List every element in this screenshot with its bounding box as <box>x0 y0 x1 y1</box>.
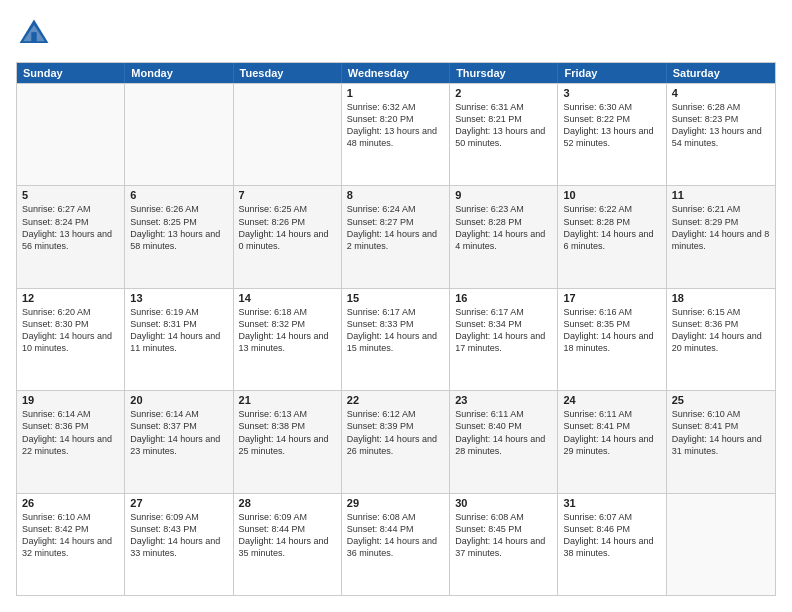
svg-rect-2 <box>31 32 36 43</box>
calendar-row-4: 26Sunrise: 6:10 AM Sunset: 8:42 PM Dayli… <box>17 493 775 595</box>
day-number: 22 <box>347 394 444 406</box>
cell-info: Sunrise: 6:17 AM Sunset: 8:34 PM Dayligh… <box>455 306 552 355</box>
cell-info: Sunrise: 6:27 AM Sunset: 8:24 PM Dayligh… <box>22 203 119 252</box>
day-cell-16: 16Sunrise: 6:17 AM Sunset: 8:34 PM Dayli… <box>450 289 558 390</box>
day-number: 7 <box>239 189 336 201</box>
day-cell-20: 20Sunrise: 6:14 AM Sunset: 8:37 PM Dayli… <box>125 391 233 492</box>
day-number: 28 <box>239 497 336 509</box>
cell-info: Sunrise: 6:32 AM Sunset: 8:20 PM Dayligh… <box>347 101 444 150</box>
day-cell-6: 6Sunrise: 6:26 AM Sunset: 8:25 PM Daylig… <box>125 186 233 287</box>
day-number: 11 <box>672 189 770 201</box>
cell-info: Sunrise: 6:16 AM Sunset: 8:35 PM Dayligh… <box>563 306 660 355</box>
cell-info: Sunrise: 6:19 AM Sunset: 8:31 PM Dayligh… <box>130 306 227 355</box>
day-number: 27 <box>130 497 227 509</box>
day-number: 25 <box>672 394 770 406</box>
calendar-row-3: 19Sunrise: 6:14 AM Sunset: 8:36 PM Dayli… <box>17 390 775 492</box>
cell-info: Sunrise: 6:24 AM Sunset: 8:27 PM Dayligh… <box>347 203 444 252</box>
header <box>16 16 776 52</box>
header-day-sunday: Sunday <box>17 63 125 83</box>
empty-cell <box>125 84 233 185</box>
logo-icon <box>16 16 52 52</box>
day-cell-28: 28Sunrise: 6:09 AM Sunset: 8:44 PM Dayli… <box>234 494 342 595</box>
cell-info: Sunrise: 6:11 AM Sunset: 8:41 PM Dayligh… <box>563 408 660 457</box>
day-cell-25: 25Sunrise: 6:10 AM Sunset: 8:41 PM Dayli… <box>667 391 775 492</box>
day-number: 23 <box>455 394 552 406</box>
calendar-row-1: 5Sunrise: 6:27 AM Sunset: 8:24 PM Daylig… <box>17 185 775 287</box>
day-number: 17 <box>563 292 660 304</box>
day-cell-15: 15Sunrise: 6:17 AM Sunset: 8:33 PM Dayli… <box>342 289 450 390</box>
day-number: 21 <box>239 394 336 406</box>
day-number: 15 <box>347 292 444 304</box>
day-cell-26: 26Sunrise: 6:10 AM Sunset: 8:42 PM Dayli… <box>17 494 125 595</box>
cell-info: Sunrise: 6:13 AM Sunset: 8:38 PM Dayligh… <box>239 408 336 457</box>
day-number: 31 <box>563 497 660 509</box>
day-number: 18 <box>672 292 770 304</box>
cell-info: Sunrise: 6:10 AM Sunset: 8:41 PM Dayligh… <box>672 408 770 457</box>
calendar-header: SundayMondayTuesdayWednesdayThursdayFrid… <box>17 63 775 83</box>
day-number: 4 <box>672 87 770 99</box>
cell-info: Sunrise: 6:17 AM Sunset: 8:33 PM Dayligh… <box>347 306 444 355</box>
day-cell-3: 3Sunrise: 6:30 AM Sunset: 8:22 PM Daylig… <box>558 84 666 185</box>
day-cell-5: 5Sunrise: 6:27 AM Sunset: 8:24 PM Daylig… <box>17 186 125 287</box>
day-cell-1: 1Sunrise: 6:32 AM Sunset: 8:20 PM Daylig… <box>342 84 450 185</box>
header-day-thursday: Thursday <box>450 63 558 83</box>
cell-info: Sunrise: 6:25 AM Sunset: 8:26 PM Dayligh… <box>239 203 336 252</box>
day-cell-9: 9Sunrise: 6:23 AM Sunset: 8:28 PM Daylig… <box>450 186 558 287</box>
cell-info: Sunrise: 6:22 AM Sunset: 8:28 PM Dayligh… <box>563 203 660 252</box>
day-number: 12 <box>22 292 119 304</box>
day-number: 29 <box>347 497 444 509</box>
empty-cell <box>667 494 775 595</box>
cell-info: Sunrise: 6:08 AM Sunset: 8:45 PM Dayligh… <box>455 511 552 560</box>
day-number: 13 <box>130 292 227 304</box>
day-cell-13: 13Sunrise: 6:19 AM Sunset: 8:31 PM Dayli… <box>125 289 233 390</box>
day-cell-7: 7Sunrise: 6:25 AM Sunset: 8:26 PM Daylig… <box>234 186 342 287</box>
day-cell-27: 27Sunrise: 6:09 AM Sunset: 8:43 PM Dayli… <box>125 494 233 595</box>
logo <box>16 16 56 52</box>
day-number: 10 <box>563 189 660 201</box>
day-number: 24 <box>563 394 660 406</box>
cell-info: Sunrise: 6:09 AM Sunset: 8:44 PM Dayligh… <box>239 511 336 560</box>
cell-info: Sunrise: 6:30 AM Sunset: 8:22 PM Dayligh… <box>563 101 660 150</box>
day-cell-18: 18Sunrise: 6:15 AM Sunset: 8:36 PM Dayli… <box>667 289 775 390</box>
day-number: 19 <box>22 394 119 406</box>
page: SundayMondayTuesdayWednesdayThursdayFrid… <box>0 0 792 612</box>
cell-info: Sunrise: 6:12 AM Sunset: 8:39 PM Dayligh… <box>347 408 444 457</box>
day-cell-12: 12Sunrise: 6:20 AM Sunset: 8:30 PM Dayli… <box>17 289 125 390</box>
cell-info: Sunrise: 6:15 AM Sunset: 8:36 PM Dayligh… <box>672 306 770 355</box>
cell-info: Sunrise: 6:23 AM Sunset: 8:28 PM Dayligh… <box>455 203 552 252</box>
cell-info: Sunrise: 6:21 AM Sunset: 8:29 PM Dayligh… <box>672 203 770 252</box>
day-number: 5 <box>22 189 119 201</box>
day-cell-24: 24Sunrise: 6:11 AM Sunset: 8:41 PM Dayli… <box>558 391 666 492</box>
calendar-row-2: 12Sunrise: 6:20 AM Sunset: 8:30 PM Dayli… <box>17 288 775 390</box>
day-number: 8 <box>347 189 444 201</box>
day-number: 26 <box>22 497 119 509</box>
header-day-monday: Monday <box>125 63 233 83</box>
day-cell-4: 4Sunrise: 6:28 AM Sunset: 8:23 PM Daylig… <box>667 84 775 185</box>
cell-info: Sunrise: 6:18 AM Sunset: 8:32 PM Dayligh… <box>239 306 336 355</box>
calendar-row-0: 1Sunrise: 6:32 AM Sunset: 8:20 PM Daylig… <box>17 83 775 185</box>
day-cell-10: 10Sunrise: 6:22 AM Sunset: 8:28 PM Dayli… <box>558 186 666 287</box>
day-number: 1 <box>347 87 444 99</box>
cell-info: Sunrise: 6:20 AM Sunset: 8:30 PM Dayligh… <box>22 306 119 355</box>
cell-info: Sunrise: 6:10 AM Sunset: 8:42 PM Dayligh… <box>22 511 119 560</box>
day-cell-11: 11Sunrise: 6:21 AM Sunset: 8:29 PM Dayli… <box>667 186 775 287</box>
calendar-body: 1Sunrise: 6:32 AM Sunset: 8:20 PM Daylig… <box>17 83 775 595</box>
day-cell-23: 23Sunrise: 6:11 AM Sunset: 8:40 PM Dayli… <box>450 391 558 492</box>
day-number: 6 <box>130 189 227 201</box>
day-number: 2 <box>455 87 552 99</box>
empty-cell <box>234 84 342 185</box>
day-cell-21: 21Sunrise: 6:13 AM Sunset: 8:38 PM Dayli… <box>234 391 342 492</box>
calendar: SundayMondayTuesdayWednesdayThursdayFrid… <box>16 62 776 596</box>
day-cell-29: 29Sunrise: 6:08 AM Sunset: 8:44 PM Dayli… <box>342 494 450 595</box>
header-day-saturday: Saturday <box>667 63 775 83</box>
cell-info: Sunrise: 6:26 AM Sunset: 8:25 PM Dayligh… <box>130 203 227 252</box>
day-number: 3 <box>563 87 660 99</box>
cell-info: Sunrise: 6:07 AM Sunset: 8:46 PM Dayligh… <box>563 511 660 560</box>
day-cell-22: 22Sunrise: 6:12 AM Sunset: 8:39 PM Dayli… <box>342 391 450 492</box>
day-number: 9 <box>455 189 552 201</box>
cell-info: Sunrise: 6:11 AM Sunset: 8:40 PM Dayligh… <box>455 408 552 457</box>
header-day-friday: Friday <box>558 63 666 83</box>
day-cell-30: 30Sunrise: 6:08 AM Sunset: 8:45 PM Dayli… <box>450 494 558 595</box>
day-number: 30 <box>455 497 552 509</box>
cell-info: Sunrise: 6:31 AM Sunset: 8:21 PM Dayligh… <box>455 101 552 150</box>
